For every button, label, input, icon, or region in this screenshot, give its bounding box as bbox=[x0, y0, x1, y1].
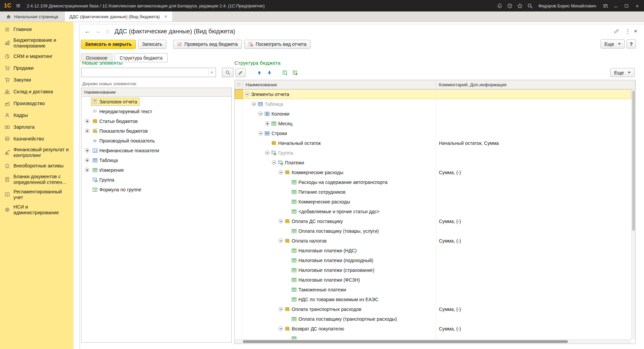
expand-icon[interactable] bbox=[85, 129, 89, 133]
current-user[interactable]: Федоров Борис Михайлович bbox=[538, 3, 596, 8]
expand-icon[interactable] bbox=[85, 148, 89, 153]
structure-row[interactable]: Оплата поставщику (товары, услуги) bbox=[235, 226, 631, 236]
vertical-scrollbar-thumb[interactable] bbox=[632, 91, 635, 231]
structure-row[interactable]: Оплата ДС поставщику Сумма, (-) bbox=[235, 216, 631, 226]
collapse-icon[interactable] bbox=[252, 102, 256, 106]
move-down-button[interactable] bbox=[264, 68, 275, 77]
horizontal-scrollbar-thumb[interactable] bbox=[243, 340, 568, 343]
structure-row[interactable]: Месяц bbox=[235, 119, 631, 128]
sidebar-item-hr[interactable]: Кадры bbox=[0, 109, 73, 121]
sidebar-item-main[interactable]: Главное bbox=[0, 24, 73, 35]
minimize-button[interactable] bbox=[610, 1, 621, 10]
sidebar-item-admin[interactable]: НСИ и администрирование bbox=[0, 202, 73, 217]
clear-search-icon[interactable]: × bbox=[208, 69, 215, 75]
new-element-row[interactable]: Нередактируемый текст bbox=[82, 106, 231, 116]
expand-icon[interactable] bbox=[265, 121, 269, 126]
flag-column-header[interactable] bbox=[235, 80, 243, 89]
structure-row[interactable]: Коммерческие расходы bbox=[235, 197, 631, 207]
structure-row[interactable]: Колонки bbox=[235, 109, 631, 119]
search-input[interactable] bbox=[81, 68, 216, 77]
form-close-icon[interactable]: × bbox=[634, 28, 637, 35]
new-element-row[interactable]: Группа bbox=[82, 175, 231, 185]
collapse-icon[interactable] bbox=[279, 326, 283, 331]
favorite-star-icon[interactable]: ☆ bbox=[105, 28, 110, 35]
help-button[interactable]: ? bbox=[626, 39, 636, 49]
sidebar-item-salary[interactable]: Зарплата bbox=[0, 121, 73, 133]
new-element-row[interactable]: Производный показатель bbox=[82, 136, 231, 146]
favorites-icon[interactable] bbox=[515, 1, 525, 10]
structure-row[interactable]: Налоговые платежи (НДС) bbox=[235, 246, 631, 255]
structure-row[interactable]: Начальный остаток Начальный остаток, Сум… bbox=[235, 138, 631, 148]
new-element-row[interactable]: Измерение bbox=[82, 165, 231, 175]
tab-home[interactable]: Начальная страница bbox=[0, 11, 65, 22]
structure-row[interactable]: Налоговые платежи (страхование) bbox=[235, 265, 631, 275]
collapse-icon[interactable] bbox=[279, 307, 283, 311]
sidebar-item-finance[interactable]: Финансовый результат и контроллинг bbox=[0, 145, 73, 160]
sidebar-item-warehouse[interactable]: Склад и доставка bbox=[0, 86, 73, 98]
new-element-row[interactable]: Таблица bbox=[82, 155, 231, 165]
new-element-row[interactable]: Статьи бюджетов bbox=[82, 116, 231, 126]
structure-row[interactable]: Группа bbox=[235, 148, 631, 158]
collapse-icon[interactable] bbox=[245, 92, 249, 96]
collapse-icon[interactable] bbox=[258, 112, 263, 116]
back-button[interactable]: ← bbox=[83, 26, 93, 36]
tab-document[interactable]: ДДС (фактические данные) (Вид бюджета) × bbox=[65, 11, 173, 22]
sidebar-item-sales[interactable]: Продажи bbox=[0, 62, 73, 74]
sidebar-item-budget[interactable]: Бюджетирование и планирование bbox=[0, 35, 73, 51]
vertical-scrollbar[interactable] bbox=[631, 89, 635, 339]
collapse-icon[interactable] bbox=[265, 151, 269, 155]
collapse-icon[interactable] bbox=[258, 131, 263, 135]
structure-row[interactable]: Налоговые платежи (подоходный) bbox=[235, 255, 631, 265]
sidebar-item-assets[interactable]: Внеоборотные активы bbox=[0, 160, 73, 172]
sidebar-item-regulated[interactable]: Регламентированный учет bbox=[0, 187, 73, 202]
tab-budget-structure[interactable]: Структура бюджета bbox=[115, 53, 167, 62]
structure-more-button[interactable]: Еще bbox=[610, 68, 635, 77]
expand-icon[interactable] bbox=[85, 158, 89, 162]
history-icon[interactable] bbox=[505, 1, 515, 10]
collapse-icon[interactable] bbox=[279, 170, 283, 174]
search-button[interactable] bbox=[222, 68, 233, 77]
edit-button[interactable] bbox=[235, 68, 246, 77]
check-budget-view-button[interactable]: Проверить вид бюджета bbox=[173, 40, 242, 49]
main-menu-icon[interactable] bbox=[15, 3, 21, 8]
structure-row[interactable]: Таможенные платежи bbox=[235, 285, 631, 294]
sidebar-item-forms[interactable]: Бланки документов с определенной степен.… bbox=[0, 172, 73, 187]
user-menu-icon[interactable] bbox=[600, 1, 610, 10]
get-link-icon[interactable] bbox=[611, 27, 621, 36]
close-window-button[interactable]: × bbox=[632, 1, 643, 10]
move-up-button[interactable] bbox=[254, 68, 264, 77]
horizontal-scrollbar[interactable] bbox=[235, 339, 631, 344]
save-and-close-button[interactable]: Записать и закрыть bbox=[81, 40, 136, 49]
sidebar-item-production[interactable]: Производство bbox=[0, 98, 73, 109]
column-header-name[interactable]: Наименование bbox=[243, 80, 436, 89]
expand-icon[interactable] bbox=[85, 119, 89, 123]
structure-row[interactable]: Коммерческие расходы Сумма, (-) bbox=[235, 167, 631, 177]
sidebar-item-purchases[interactable]: Закупки bbox=[0, 74, 73, 86]
structure-row[interactable]: Платежи bbox=[235, 158, 631, 167]
structure-row[interactable]: <добавляемые и прочие статьи ддс> bbox=[235, 207, 631, 216]
new-element-row[interactable]: Нефинансовые показатели bbox=[82, 146, 231, 155]
structure-row[interactable]: Таблица bbox=[235, 99, 631, 109]
structure-row[interactable]: Оплата поставщику (транспортные расходы) bbox=[235, 314, 631, 324]
move-to-group-button[interactable] bbox=[280, 68, 290, 77]
collapse-icon[interactable] bbox=[279, 239, 283, 243]
delete-element-button[interactable] bbox=[290, 68, 300, 77]
kebab-menu-icon[interactable]: ⋮ bbox=[625, 28, 631, 35]
form-more-button[interactable]: Еще bbox=[601, 39, 625, 49]
structure-row[interactable]: НДС по товарам ввозимым из ЕАЭС bbox=[235, 294, 631, 304]
expand-icon[interactable] bbox=[85, 168, 89, 172]
search-icon[interactable] bbox=[525, 1, 535, 10]
preview-report-button[interactable]: Посмотреть вид отчета bbox=[244, 40, 311, 49]
structure-row[interactable]: Возврат ДС покупателю Сумма, (-) bbox=[235, 324, 631, 334]
column-header-comment[interactable]: Комментарий, Доп.информация bbox=[436, 80, 635, 89]
maximize-button[interactable] bbox=[621, 1, 632, 10]
save-button[interactable]: Записать bbox=[138, 40, 166, 49]
notifications-icon[interactable] bbox=[494, 1, 505, 10]
collapse-icon[interactable] bbox=[272, 160, 276, 165]
structure-row[interactable]: Питание сотрудников bbox=[235, 187, 631, 197]
structure-row[interactable]: Строки bbox=[235, 128, 631, 138]
structure-row[interactable]: Оплата налогов Сумма, (-) bbox=[235, 236, 631, 246]
structure-row[interactable]: Расходы на содержание автотранспорта bbox=[235, 177, 631, 187]
new-element-row[interactable]: Заголовок отчета bbox=[82, 97, 231, 106]
forward-button[interactable]: → bbox=[93, 26, 103, 36]
